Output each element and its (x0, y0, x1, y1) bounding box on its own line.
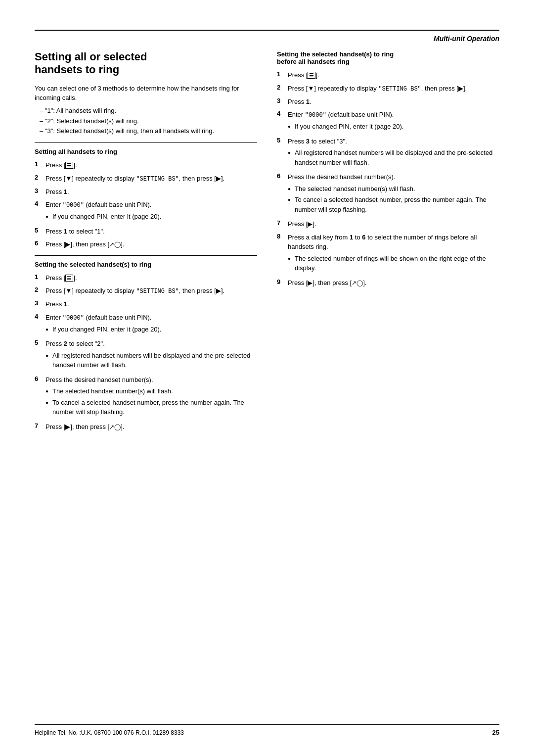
step-1-5: 5 Press 1 to select "1". (35, 227, 257, 236)
step-3-3: 3 Press 1. (277, 97, 499, 107)
step-2-1: 1 Press [☰]. (35, 273, 257, 283)
subsection2-rule (35, 255, 257, 256)
step-2-6: 6 Press the desired handset number(s). T… (35, 375, 257, 419)
subsection3-title: Setting the selected handset(s) to ring … (277, 50, 499, 65)
step-1-1: 1 Press [☰]. (35, 160, 257, 170)
dash-item: "1": All handsets will ring. (40, 106, 257, 116)
step-2-3: 3 Press 1. (35, 299, 257, 309)
step-1-2: 2 Press [▼] repeatedly to display "SETTI… (35, 174, 257, 184)
step-3-6: 6 Press the desired handset number(s). T… (277, 172, 499, 216)
header-rule-top (35, 30, 499, 31)
left-column: Setting all or selected handsets to ring… (35, 50, 257, 435)
page-header: Multi-unit Operation (35, 35, 499, 43)
step-2-4: 4 Enter "0000" (default base unit PIN). … (35, 313, 257, 336)
page-footer: Helpline Tel. No. :U.K. 08700 100 076 R.… (35, 724, 499, 736)
header-title: Multi-unit Operation (434, 35, 499, 43)
step-1-6: 6 Press [▶], then press [↗◯]. (35, 239, 257, 249)
dash-item: "2": Selected handset(s) will ring. (40, 116, 257, 127)
step-3-4: 4 Enter "0000" (default base unit PIN). … (277, 110, 499, 133)
right-column: Setting the selected handset(s) to ring … (277, 50, 499, 435)
step-2-7: 7 Press [▶], then press [↗◯]. (35, 422, 257, 432)
step-3-8: 8 Press a dial key from 1 to 6 to select… (277, 233, 499, 275)
step-3-5: 5 Press 3 to select "3". All registered … (277, 137, 499, 169)
step-3-1: 1 Press [☰]. (277, 70, 499, 80)
subsection1-rule (35, 142, 257, 143)
content-area: Setting all or selected handsets to ring… (35, 50, 499, 435)
intro-text: You can select one of 3 methods to deter… (35, 84, 257, 103)
page-number: 25 (492, 729, 499, 736)
step-1-4: 4 Enter "0000" (default base unit PIN). … (35, 200, 257, 223)
section-title: Setting all or selected handsets to ring (35, 50, 257, 77)
footer-helpline: Helpline Tel. No. :U.K. 08700 100 076 R.… (35, 729, 184, 736)
step-3-7: 7 Press [▶]. (277, 219, 499, 229)
step-2-5: 5 Press 2 to select "2". All registered … (35, 339, 257, 372)
step-3-2: 2 Press [▼] repeatedly to display "SETTI… (277, 84, 499, 94)
step-2-2: 2 Press [▼] repeatedly to display "SETTI… (35, 286, 257, 296)
subsection2-title: Setting the selected handset(s) to ring (35, 261, 257, 268)
step-1-3: 3 Press 1. (35, 187, 257, 197)
subsection1-title: Setting all handsets to ring (35, 148, 257, 155)
dash-item: "3": Selected handset(s) will ring, then… (40, 126, 257, 137)
step-3-9: 9 Press [▶], then press [↗◯]. (277, 278, 499, 288)
page: Multi-unit Operation Setting all or sele… (0, 0, 534, 756)
dash-list: "1": All handsets will ring. "2": Select… (35, 106, 257, 137)
